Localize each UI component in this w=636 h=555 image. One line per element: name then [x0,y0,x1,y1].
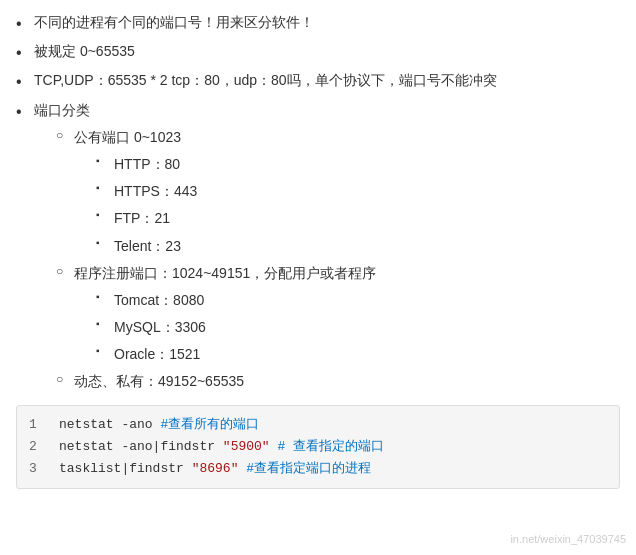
port-ftp-text: FTP：21 [114,210,170,226]
port-mysql: MySQL：3306 [96,315,620,340]
item-text-2: 被规定 0~65535 [34,43,135,59]
main-content: 不同的进程有个同的端口号！用来区分软件！ 被规定 0~65535 TCP,UDP… [16,10,620,489]
list-item-1: 不同的进程有个同的端口号！用来区分软件！ [16,10,620,35]
item-text-3: TCP,UDP：65535 * 2 tcp：80，udp：80吗，单个协议下，端… [34,72,497,88]
port-telnet: Telent：23 [96,234,620,259]
sub-item-dynamic-text: 动态、私有：49152~65535 [74,373,244,389]
code-text-2: netstat -ano|findstr "5900" # 查看指定的端口 [59,436,607,458]
port-http: HTTP：80 [96,152,620,177]
item-text-1: 不同的进程有个同的端口号！用来区分软件！ [34,14,314,30]
registered-ports-list: Tomcat：8080 MySQL：3306 Oracle：1521 [74,288,620,368]
port-tomcat: Tomcat：8080 [96,288,620,313]
code-block: 1 netstat -ano #查看所有的端口 2 netstat -ano|f… [16,405,620,489]
port-tomcat-text: Tomcat：8080 [114,292,204,308]
line-num-2: 2 [29,436,49,458]
code-text-3: tasklist|findstr "8696" #查看指定端口的进程 [59,458,607,480]
code-text-1: netstat -ano #查看所有的端口 [59,414,607,436]
list-item-3: TCP,UDP：65535 * 2 tcp：80，udp：80吗，单个协议下，端… [16,68,620,93]
sub-item-public-ports: 公有端口 0~1023 HTTP：80 HTTPS：443 FTP：21 Tel… [56,125,620,259]
port-https-text: HTTPS：443 [114,183,197,199]
sub-item-dynamic-ports: 动态、私有：49152~65535 [56,369,620,394]
port-mysql-text: MySQL：3306 [114,319,206,335]
code-comment-1: #查看所有的端口 [160,417,259,432]
sub-item-text: 公有端口 0~1023 [74,129,181,145]
port-http-text: HTTP：80 [114,156,180,172]
sub-list-1: 公有端口 0~1023 HTTP：80 HTTPS：443 FTP：21 Tel… [34,125,620,395]
port-ftp: FTP：21 [96,206,620,231]
list-item-2: 被规定 0~65535 [16,39,620,64]
code-comment-2: # 查看指定的端口 [277,439,384,454]
sub-item-registered-ports: 程序注册端口：1024~49151，分配用户或者程序 Tomcat：8080 M… [56,261,620,368]
port-oracle-text: Oracle：1521 [114,346,200,362]
code-command-1: netstat -ano [59,417,153,432]
code-line-2: 2 netstat -ano|findstr "5900" # 查看指定的端口 [29,436,607,458]
code-line-3: 3 tasklist|findstr "8696" #查看指定端口的进程 [29,458,607,480]
port-telnet-text: Telent：23 [114,238,181,254]
port-oracle: Oracle：1521 [96,342,620,367]
main-list: 不同的进程有个同的端口号！用来区分软件！ 被规定 0~65535 TCP,UDP… [16,10,620,395]
code-string-2: "5900" [223,439,270,454]
public-ports-list: HTTP：80 HTTPS：443 FTP：21 Telent：23 [74,152,620,259]
line-num-3: 3 [29,458,49,480]
item-text-4: 端口分类 [34,102,90,118]
code-line-1: 1 netstat -ano #查看所有的端口 [29,414,607,436]
list-item-4: 端口分类 公有端口 0~1023 HTTP：80 HTTPS：443 FTP：2… [16,98,620,395]
port-https: HTTPS：443 [96,179,620,204]
code-command-2: netstat -ano|findstr [59,439,223,454]
code-string-3: "8696" [192,461,239,476]
code-comment-3: #查看指定端口的进程 [246,461,371,476]
line-num-1: 1 [29,414,49,436]
code-command-3: tasklist|findstr [59,461,192,476]
sub-item-registered-text: 程序注册端口：1024~49151，分配用户或者程序 [74,265,376,281]
